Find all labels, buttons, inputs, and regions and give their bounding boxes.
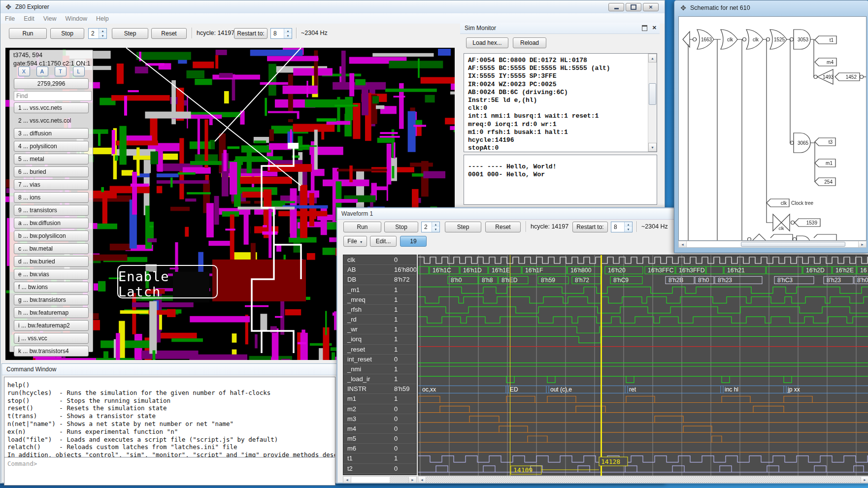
layer-button-10[interactable]: a ... bw.diffusion [14, 218, 89, 228]
wf-restart-value[interactable]: 8 [611, 222, 624, 232]
signal-row-_nmi[interactable]: _nmi1 [343, 364, 416, 374]
wf-file-button[interactable]: File▼ [343, 236, 367, 247]
restart-value-spinner[interactable]: 8 ▲▼ [270, 28, 292, 39]
signal-row-m5[interactable]: m50 [343, 434, 416, 444]
minimize-button[interactable] [608, 3, 624, 11]
load-hex-button[interactable]: Load hex... [466, 37, 508, 48]
restart-value[interactable]: 8 [271, 29, 284, 38]
scroll-right-icon[interactable]: ► [861, 477, 868, 483]
wf-run-button[interactable]: Run [343, 222, 381, 232]
scrollbar-thumb[interactable] [741, 242, 845, 247]
float-panel-icon[interactable] [642, 25, 647, 31]
scrollbar-thumb[interactable] [649, 83, 656, 105]
layer-button-8[interactable]: 8 ... ions [14, 192, 89, 203]
layer-button-9[interactable]: 9 ... transistors [14, 205, 89, 216]
layer-button-6[interactable]: 6 ... buried [14, 166, 89, 177]
signal-row-m6[interactable]: m60 [343, 444, 416, 454]
x-button[interactable]: X [18, 66, 30, 76]
layer-button-11[interactable]: b ... bw.polysilicon [14, 230, 89, 241]
wf-edit-button[interactable]: Edit... [370, 236, 397, 247]
menu-window[interactable]: Window [61, 14, 92, 23]
layer-button-5[interactable]: 5 ... metal [14, 154, 89, 164]
scroll-left-icon[interactable]: ◄ [343, 477, 351, 483]
scrollbar-thumb[interactable] [390, 477, 408, 483]
signal-row-m3[interactable]: m30 [343, 414, 416, 424]
spin-down-icon[interactable]: ▼ [284, 33, 292, 38]
spin-up-icon[interactable]: ▲ [99, 29, 106, 33]
signal-row-DB[interactable]: DB8'h72 [343, 275, 416, 285]
waveform-hscrollbar[interactable]: ◄ ► [418, 476, 868, 483]
menu-view[interactable]: View [39, 14, 61, 23]
spin-up-icon[interactable]: ▲ [625, 222, 632, 227]
layer-button-7[interactable]: 7 ... vias [14, 179, 89, 190]
reset-button[interactable]: Reset [151, 28, 187, 39]
waveform-canvas[interactable]: 16'h1C16'h1D16'h1E16'h1F16'h80016'h2016'… [418, 255, 868, 475]
step-count-spinner[interactable]: 2 ▲▼ [88, 28, 107, 39]
find-input[interactable] [14, 91, 92, 101]
menu-file[interactable]: File [0, 14, 19, 23]
registers-scrollbar[interactable]: ▲ ▼ [648, 54, 657, 152]
schematic-canvas[interactable]: 1663 clk clk 1525 3053 3065 1493 clk t1 … [678, 16, 867, 241]
close-button[interactable]: ✕ [643, 3, 659, 11]
wf-step-button[interactable]: Step [445, 222, 481, 232]
main-titlebar[interactable]: ✥ Z80 Explorer [0, 0, 665, 14]
wf-scale-button[interactable]: 19 [400, 236, 427, 247]
layer-button-12[interactable]: c ... bw.metal [14, 243, 89, 254]
layer-button-14[interactable]: e ... bw.vias [14, 269, 89, 280]
layer-button-3[interactable]: 3 ... diffusion [14, 128, 89, 139]
spin-down-icon[interactable]: ▼ [99, 33, 106, 38]
schematic-hscrollbar[interactable]: ◄ ► [678, 241, 867, 248]
t-button[interactable]: T [55, 66, 67, 76]
command-prompt-input[interactable]: Command> [4, 457, 335, 486]
signal-row-_mreq[interactable]: _mreq1 [343, 295, 416, 305]
stop-button[interactable]: Stop [50, 28, 84, 39]
signal-row-_rfsh[interactable]: _rfsh1 [343, 305, 416, 315]
wf-restart-value-spinner[interactable]: 8 ▲▼ [611, 222, 633, 232]
signal-row-_wr[interactable]: _wr1 [343, 325, 416, 334]
layer-button-2[interactable]: 2 ... vss.vcc.nets.col [14, 115, 89, 126]
signal-row-t1[interactable]: t11 [343, 454, 416, 463]
spin-up-icon[interactable]: ▲ [284, 29, 292, 33]
signal-row-_iorq[interactable]: _iorq1 [343, 334, 416, 344]
step-count-value[interactable]: 2 [89, 29, 99, 38]
scroll-up-icon[interactable]: ▲ [648, 54, 657, 63]
scrollbar-track[interactable] [426, 477, 861, 483]
reload-button[interactable]: Reload [513, 37, 546, 48]
signal-row-clk[interactable]: clk0 [343, 255, 416, 265]
wf-step-count-spinner[interactable]: 2 ▲▼ [421, 222, 440, 232]
signal-row-int_reset[interactable]: int_reset0 [343, 355, 416, 364]
signal-table-hscrollbar[interactable]: ◄ ► [343, 476, 417, 483]
coordinates-button[interactable]: 2759,2996 [14, 78, 89, 89]
layer-button-13[interactable]: d ... bw.buried [14, 256, 89, 267]
a-button[interactable]: A [36, 66, 48, 76]
wf-restart-to-button[interactable]: Restart to: [572, 222, 608, 232]
signal-row-INSTR[interactable]: INSTR8'h59 [343, 384, 416, 394]
layer-button-19[interactable]: j ... vss.vcc [14, 333, 89, 344]
scroll-right-icon[interactable]: ► [858, 241, 866, 247]
signal-row-_reset[interactable]: _reset1 [343, 345, 416, 355]
spin-up-icon[interactable]: ▲ [432, 222, 439, 227]
signal-row-m1[interactable]: m11 [343, 394, 416, 404]
run-button[interactable]: Run [9, 28, 47, 39]
wf-stop-button[interactable]: Stop [384, 222, 418, 232]
layer-button-4[interactable]: 4 ... polysilicon [14, 141, 89, 152]
scroll-left-icon[interactable]: ◄ [418, 477, 426, 483]
signal-row-_m1[interactable]: _m11 [343, 285, 416, 295]
scroll-left-icon[interactable]: ◄ [679, 241, 687, 247]
restart-to-button[interactable]: Restart to: [234, 28, 267, 39]
layer-button-1[interactable]: 1 ... vss.vcc.nets [14, 102, 89, 113]
maximize-button[interactable] [626, 3, 641, 11]
scroll-right-icon[interactable]: ► [408, 477, 416, 483]
schematic-titlebar[interactable]: ✥ Schematic for net 610 [674, 0, 868, 15]
menu-help[interactable]: Help [92, 14, 113, 23]
signal-row-m2[interactable]: m20 [343, 404, 416, 414]
layer-button-20[interactable]: k ... bw.transistors4 [14, 346, 89, 357]
menu-edit[interactable]: Edit [19, 14, 39, 23]
wf-step-count-value[interactable]: 2 [422, 222, 432, 232]
signal-row-_load_ir[interactable]: _load_ir1 [343, 374, 416, 384]
signal-row-AB[interactable]: AB16'h800 [343, 265, 416, 275]
layer-button-16[interactable]: g ... bw.transistors [14, 294, 89, 305]
signal-row-m4[interactable]: m40 [343, 424, 416, 434]
signal-row-t2[interactable]: t20 [343, 464, 416, 474]
layer-button-18[interactable]: i ... bw.featuremap2 [14, 320, 89, 331]
